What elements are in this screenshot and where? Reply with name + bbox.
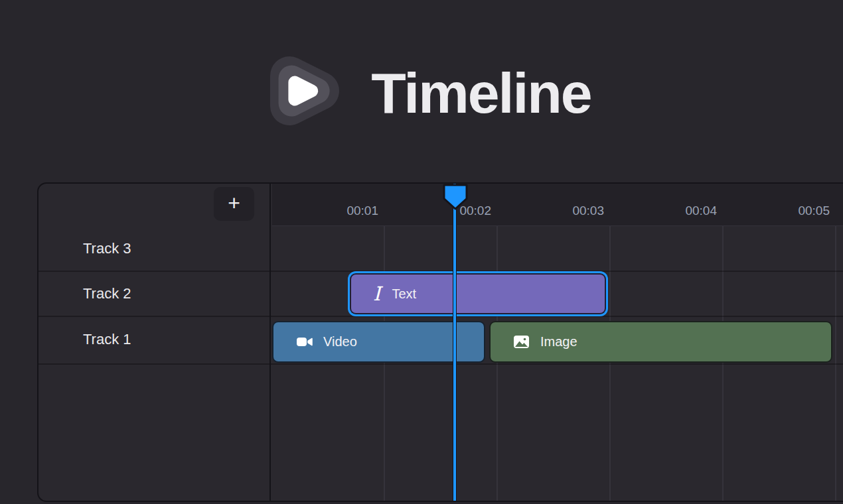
ruler-label: 00:03: [498, 184, 609, 226]
clip-label: Text: [392, 286, 416, 302]
timeline-panel: 00:01 00:02 00:03 00:04 00:05 + Track 3 …: [37, 182, 843, 502]
video-camera-icon: [295, 333, 313, 351]
ruler-label: 00:05: [724, 184, 835, 226]
add-track-button[interactable]: +: [214, 187, 254, 221]
ruler-label: 00:01: [272, 184, 384, 226]
ruler-label: 00:04: [611, 184, 722, 226]
sidebar-header: +: [38, 184, 269, 226]
clip-text[interactable]: I Text: [350, 273, 606, 314]
italic-text-icon: I: [373, 284, 382, 304]
time-ruler[interactable]: 00:01 00:02 00:03 00:04 00:05: [272, 184, 843, 226]
image-icon: [512, 333, 530, 351]
playhead-handle-icon[interactable]: [441, 183, 469, 211]
track-label: Track 1: [83, 331, 131, 348]
track-label: Track 3: [83, 240, 131, 257]
track-header-track-2[interactable]: Track 2: [38, 271, 269, 316]
app-title: Timeline: [371, 64, 591, 121]
playhead[interactable]: [453, 184, 457, 501]
ruler-label: 00:02: [385, 184, 497, 226]
app-header: Timeline: [0, 40, 843, 146]
clip-image[interactable]: Image: [489, 321, 832, 363]
track-header-track-1[interactable]: Track 1: [38, 317, 269, 362]
clip-label: Video: [323, 334, 357, 349]
track-sidebar: + Track 3 Track 2 Track 1: [38, 184, 271, 501]
clip-label: Image: [540, 334, 577, 349]
track-header-track-3[interactable]: Track 3: [38, 226, 269, 271]
app-logo-play-icon: [252, 43, 351, 143]
track-label: Track 2: [83, 285, 131, 302]
